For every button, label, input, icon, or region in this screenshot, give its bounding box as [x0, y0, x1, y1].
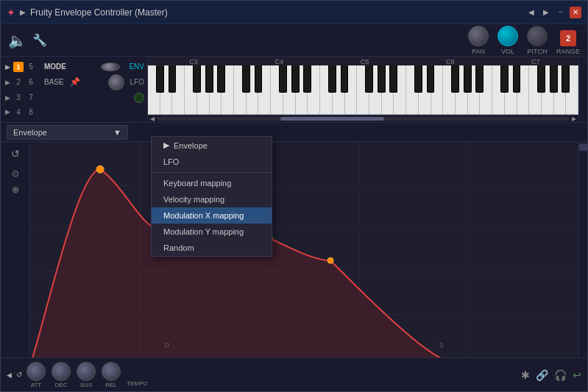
- piano-label-c5: C5: [361, 58, 369, 65]
- dec-knob[interactable]: [52, 362, 71, 381]
- env-knob[interactable]: [101, 63, 120, 71]
- env-label: ENV: [129, 63, 144, 71]
- loop-icon[interactable]: ↺: [11, 148, 20, 160]
- dec-label: DEC: [55, 382, 68, 388]
- clock-icon[interactable]: ⊙: [12, 168, 19, 179]
- envelope-svg: [30, 142, 578, 357]
- play-icon-2: ▶: [5, 79, 10, 86]
- range-badge[interactable]: 2: [560, 30, 576, 46]
- sus-knob[interactable]: [77, 362, 96, 381]
- menu-item-random-label: Random: [163, 243, 194, 252]
- dropdown-selected: Envelope: [13, 128, 47, 137]
- next-button[interactable]: ▶: [540, 7, 552, 18]
- scrollbar-thumb[interactable]: [579, 143, 587, 151]
- piano-label-c6: C6: [446, 58, 455, 65]
- menu-item-velocity[interactable]: Velocity mapping: [152, 191, 272, 207]
- sus-group: SUS: [77, 362, 96, 388]
- right-scrollbar[interactable]: [578, 142, 587, 357]
- menu-item-keyboard-label: Keyboard mapping: [163, 179, 231, 188]
- dropdown-arrow-icon: ▼: [113, 128, 121, 137]
- menu-item-envelope-label: Envelope: [174, 141, 208, 150]
- pin-icon: 📌: [70, 77, 80, 87]
- envelope-dropdown[interactable]: Envelope ▼: [7, 125, 128, 140]
- tempo-label: TEMPO: [127, 380, 147, 388]
- att-label: ATT: [31, 382, 42, 388]
- piano-keys[interactable]: [148, 65, 578, 115]
- link-icon[interactable]: 🔗: [536, 369, 548, 381]
- menu-item-mod-y[interactable]: Modulation Y mapping: [152, 224, 272, 240]
- bottom-reset-icon[interactable]: ↺: [16, 371, 22, 379]
- window-controls: ◀ ▶ − ✕: [525, 7, 581, 18]
- wrench-icon[interactable]: 🔧: [32, 33, 47, 47]
- track-col-4: 8: [26, 108, 35, 116]
- menu-divider: [152, 172, 272, 173]
- dropdown-menu: ▶ Envelope LFO Keyboard mapping Velocity…: [151, 136, 272, 257]
- expand-triangle[interactable]: ▶: [20, 8, 26, 16]
- piano-label-c4: C4: [275, 58, 284, 65]
- track-col-2: 6: [26, 78, 35, 86]
- close-button[interactable]: ✕: [570, 7, 581, 18]
- rel-knob[interactable]: [102, 362, 121, 381]
- menu-item-lfo-label: LFO: [163, 157, 179, 166]
- svg-point-3: [327, 257, 333, 263]
- vol-label: VOL: [501, 48, 514, 55]
- env-left-panel: ↺ ⊙ ⊕: [1, 142, 30, 357]
- pitch-label: PITCH: [527, 48, 547, 55]
- scroll-left-arrow[interactable]: ◀: [148, 115, 157, 122]
- y-icon[interactable]: ⊕: [12, 185, 19, 195]
- prev-button[interactable]: ◀: [525, 7, 537, 18]
- bottom-nav-left[interactable]: ◀: [7, 371, 12, 379]
- bottom-knobs: ATT DEC SUS REL TEMPO: [26, 362, 147, 388]
- range-group: 2 RANGE: [556, 30, 580, 55]
- main-window: ✦ ▶ Fruity Envelope Controller (Master) …: [0, 0, 588, 392]
- window-title: Fruity Envelope Controller (Master): [30, 7, 525, 18]
- minimize-button[interactable]: −: [555, 7, 567, 18]
- track-num-1: 1: [13, 62, 24, 72]
- att-group: ATT: [26, 362, 46, 388]
- title-icon: ✦: [7, 7, 15, 18]
- track-col-1: 5: [26, 63, 35, 71]
- bottom-bar: ◀ ↺ ATT DEC SUS REL: [1, 357, 587, 391]
- piano-label-c7: C7: [531, 58, 540, 65]
- dropdown-container: Envelope ▼: [1, 125, 148, 140]
- piano-scroll[interactable]: ◀ ▶: [148, 115, 578, 122]
- envelope-editor: ↺ ⊙ ⊕: [1, 142, 587, 357]
- att-knob[interactable]: [26, 362, 46, 381]
- menu-item-keyboard[interactable]: Keyboard mapping: [152, 175, 272, 191]
- mode-label: MODE: [44, 63, 66, 71]
- rel-label: REL: [105, 382, 117, 388]
- snowflake-icon[interactable]: ✱: [521, 369, 530, 381]
- pan-knob[interactable]: [468, 26, 489, 46]
- play-icon[interactable]: ▶: [5, 63, 10, 71]
- menu-item-mod-x-label: Modulation X mapping: [163, 211, 244, 220]
- dropdown-row: Envelope ▼: [1, 123, 587, 142]
- track-num-4: 4: [13, 108, 24, 116]
- titlebar: ✦ ▶ Fruity Envelope Controller (Master) …: [1, 1, 587, 24]
- menu-item-mod-y-label: Modulation Y mapping: [163, 227, 244, 236]
- menu-item-lfo[interactable]: LFO: [152, 154, 272, 170]
- right-scrollbar-top[interactable]: [578, 57, 587, 122]
- menu-item-random[interactable]: Random: [152, 240, 272, 256]
- speaker-icon[interactable]: 🔈: [8, 32, 26, 49]
- base-knob[interactable]: [108, 74, 124, 90]
- envelope-canvas: D S: [30, 142, 578, 357]
- play-icon-3: ▶: [5, 94, 10, 101]
- scroll-right-arrow[interactable]: ▶: [570, 115, 578, 122]
- undo-icon[interactable]: ↩: [573, 369, 581, 381]
- bottom-left-nav: ◀ ↺: [7, 371, 22, 379]
- vol-knob[interactable]: [497, 26, 518, 46]
- menu-item-mod-x[interactable]: Modulation X mapping: [152, 207, 272, 224]
- rel-group: REL: [102, 362, 121, 388]
- pitch-knob[interactable]: [527, 26, 548, 46]
- dec-group: DEC: [52, 362, 71, 388]
- small-dot: [134, 93, 144, 103]
- play-icon-4: ▶: [5, 108, 10, 115]
- scroll-thumb[interactable]: [280, 117, 383, 121]
- headphones-icon[interactable]: 🎧: [554, 369, 567, 381]
- svg-point-1: [96, 165, 104, 173]
- base-label: BASE: [44, 78, 64, 86]
- pan-label: PAN: [472, 48, 485, 55]
- menu-item-envelope-arrow: ▶: [163, 140, 169, 150]
- menu-item-envelope[interactable]: ▶ Envelope: [152, 137, 272, 154]
- lfo-label: LFO: [130, 78, 144, 86]
